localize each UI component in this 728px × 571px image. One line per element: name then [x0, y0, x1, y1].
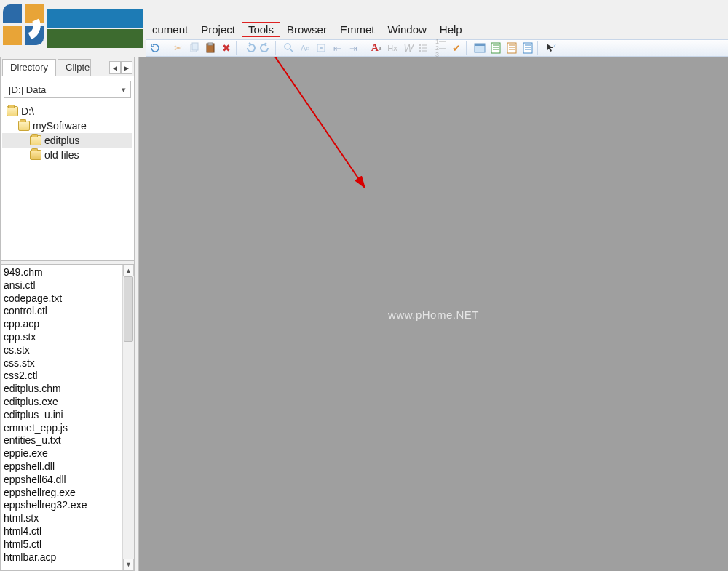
help-cursor-icon[interactable]: ? [543, 41, 559, 55]
indent-left-icon[interactable]: ⇤ [329, 41, 345, 55]
svg-rect-14 [523, 43, 532, 53]
tree-node[interactable]: old files [2, 148, 132, 162]
tree-node-root[interactable]: D:\ [2, 104, 132, 119]
tab-directory[interactable]: Directory [2, 59, 56, 76]
file-item[interactable]: entities_u.txt [4, 434, 119, 447]
directory-tree: D:\ mySoftware editplus old files [1, 101, 134, 165]
file-item[interactable]: ansi.ctl [4, 279, 119, 292]
file-item[interactable]: cpp.acp [4, 318, 119, 331]
redo-icon[interactable] [258, 41, 274, 55]
file-item[interactable]: editplus.exe [4, 396, 119, 409]
tree-node[interactable]: mySoftware [2, 119, 132, 133]
svg-point-6 [320, 47, 323, 49]
cut-icon[interactable]: ✂ [170, 41, 186, 55]
page2-icon[interactable] [504, 41, 520, 55]
menubar: cument Project Tools Browser Emmet Windo… [146, 20, 728, 38]
svg-rect-3 [208, 43, 213, 45]
indent-right-icon[interactable]: ⇥ [345, 41, 361, 55]
menu-window[interactable]: Window [381, 22, 432, 37]
delete-icon[interactable]: ✖ [218, 41, 234, 55]
replace-icon[interactable]: Ab [297, 41, 313, 55]
sidebar-tabs: Directory Clipte ◄ ► [1, 57, 134, 76]
file-item[interactable]: eppshell64.dll [4, 474, 119, 487]
file-item[interactable]: cs.stx [4, 344, 119, 357]
undo-icon[interactable] [242, 41, 258, 55]
menu-document[interactable]: cument [146, 22, 194, 37]
menu-tools[interactable]: Tools [242, 22, 280, 37]
svg-point-7 [419, 44, 421, 46]
svg-rect-12 [491, 43, 500, 53]
file-item[interactable]: eppie.exe [4, 447, 119, 460]
scroll-up-icon[interactable]: ▲ [123, 265, 134, 276]
scroll-down-icon[interactable]: ▼ [123, 559, 134, 570]
annotation-arrow-icon [139, 57, 576, 275]
toolbar: ✂ ✖ Ab ⇤ ⇥ Aa Hx W 1—2—3— ✔ ? [146, 39, 728, 57]
chevron-down-icon: ▾ [122, 85, 126, 95]
file-item[interactable]: eppshellreg.exe [4, 487, 119, 500]
copy-icon[interactable] [186, 41, 202, 55]
folder-icon [30, 150, 41, 160]
numbered-list-icon[interactable]: 1—2—3— [432, 41, 448, 55]
file-item[interactable]: html5.ctl [4, 538, 119, 551]
paste-icon[interactable] [202, 41, 218, 55]
menu-project[interactable]: Project [194, 22, 242, 37]
tree-label: D:\ [21, 105, 34, 117]
file-item[interactable]: 949.chm [4, 266, 119, 279]
tab-scroll-right-icon[interactable]: ► [121, 61, 132, 74]
svg-point-8 [419, 47, 421, 49]
file-item[interactable]: codepage.txt [4, 292, 119, 306]
menu-emmet[interactable]: Emmet [333, 22, 381, 37]
tree-node-selected[interactable]: editplus [2, 133, 132, 148]
search-icon[interactable] [281, 41, 297, 55]
word-icon[interactable]: W [400, 41, 416, 55]
marker-icon[interactable] [313, 41, 329, 55]
svg-point-9 [419, 50, 421, 52]
app-logo-icon [0, 1, 47, 48]
folder-icon [30, 135, 41, 145]
heading-icon[interactable]: Hx [384, 41, 400, 55]
tree-label: old files [44, 149, 79, 161]
svg-text:?: ? [553, 42, 556, 49]
tab-cliptext[interactable]: Clipte [58, 59, 91, 76]
svg-rect-1 [192, 43, 198, 50]
file-item[interactable]: control.ctl [4, 305, 119, 318]
tree-label: mySoftware [33, 120, 87, 132]
svg-rect-13 [507, 43, 516, 53]
font-icon[interactable]: Aa [368, 41, 384, 55]
refresh-icon[interactable] [147, 41, 163, 55]
file-list-scrollbar[interactable]: ▲ ▼ [122, 265, 134, 570]
file-item[interactable]: cpp.stx [4, 331, 119, 344]
file-item[interactable]: htmlbar.acp [4, 551, 119, 564]
tree-label: editplus [44, 135, 79, 146]
menu-help[interactable]: Help [433, 22, 469, 37]
check-icon[interactable]: ✔ [448, 41, 464, 55]
sidebar: Directory Clipte ◄ ► [D:] Data ▾ D:\ myS… [0, 57, 135, 571]
file-item[interactable]: html.stx [4, 512, 119, 525]
file-item[interactable]: html4.ctl [4, 525, 119, 538]
page-icon[interactable] [488, 41, 504, 55]
file-item[interactable]: css.stx [4, 357, 119, 370]
svg-point-4 [285, 44, 290, 49]
folder-icon [7, 106, 18, 116]
drive-combo[interactable]: [D:] Data ▾ [4, 81, 131, 98]
preview-icon[interactable] [472, 41, 488, 55]
svg-line-16 [270, 57, 365, 188]
folder-icon [18, 121, 30, 131]
file-item[interactable]: eppshellreg32.exe [4, 499, 119, 512]
menu-browser[interactable]: Browser [280, 22, 333, 37]
file-item[interactable]: editplus_u.ini [4, 409, 119, 422]
app-logo-area [0, 0, 146, 57]
file-item[interactable]: eppshell.dll [4, 460, 119, 474]
title-bars [47, 0, 146, 57]
file-item[interactable]: css2.ctl [4, 370, 119, 383]
scroll-thumb[interactable] [124, 276, 133, 342]
drive-label: [D:] Data [9, 84, 46, 95]
tab-scroll-left-icon[interactable]: ◄ [109, 61, 121, 74]
file-item[interactable]: emmet_epp.js [4, 422, 119, 435]
page3-icon[interactable] [520, 41, 536, 55]
watermark-text: www.pHome.NET [388, 308, 479, 320]
file-list: 949.chmansi.ctlcodepage.txtcontrol.ctlcp… [1, 265, 134, 570]
list-icon[interactable] [416, 41, 432, 55]
file-item[interactable]: editplus.chm [4, 383, 119, 396]
workspace: www.pHome.NET [139, 57, 728, 571]
